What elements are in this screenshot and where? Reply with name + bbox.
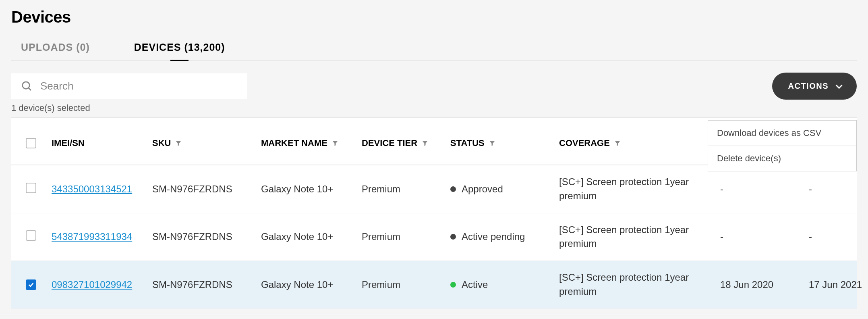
header-checkbox-cell: [11, 138, 52, 148]
col-coverage[interactable]: COVERAGE: [559, 138, 720, 148]
svg-point-0: [23, 81, 30, 89]
tier-cell: Premium: [362, 279, 450, 290]
tier-cell: Premium: [362, 231, 450, 242]
market-cell: Galaxy Note 10+: [261, 231, 362, 242]
col-status[interactable]: STATUS: [450, 138, 559, 148]
table-row: 543871993311934 SM-N976FZRDNS Galaxy Not…: [11, 213, 857, 261]
filter-icon: [175, 140, 182, 147]
col-tier-label: DEVICE TIER: [362, 138, 417, 148]
end-cell: 17 Jun 2021: [809, 279, 868, 290]
end-cell: -: [809, 231, 868, 242]
col-market[interactable]: MARKET NAME: [261, 138, 362, 148]
imei-link[interactable]: 543871993311934: [52, 231, 132, 242]
col-imei: IMEI/SN: [52, 138, 152, 148]
filter-icon: [614, 140, 621, 147]
sku-cell: SM-N976FZRDNS: [152, 279, 261, 290]
coverage-cell: [SC+] Screen protection 1year premium: [559, 175, 720, 203]
sku-cell: SM-N976FZRDNS: [152, 231, 261, 242]
row-checkbox[interactable]: [26, 230, 36, 241]
search-input[interactable]: [40, 80, 237, 92]
end-cell: -: [809, 183, 868, 195]
market-cell: Galaxy Note 10+: [261, 183, 362, 195]
imei-link[interactable]: 098327101029942: [52, 279, 132, 290]
status-cell: Approved: [450, 183, 559, 195]
menu-download-csv[interactable]: Download devices as CSV: [708, 121, 856, 146]
imei-link[interactable]: 343350003134521: [52, 183, 132, 194]
tier-cell: Premium: [362, 183, 450, 195]
search-icon: [21, 80, 33, 92]
svg-line-1: [29, 88, 31, 90]
actions-dropdown: Download devices as CSV Delete device(s): [708, 120, 857, 171]
filter-icon: [331, 140, 339, 147]
filter-icon: [489, 140, 496, 147]
coverage-cell: [SC+] Screen protection 1year premium: [559, 223, 720, 251]
status-text: Active: [462, 279, 488, 290]
search-wrap: [11, 73, 247, 99]
status-cell: Active pending: [450, 231, 559, 242]
start-cell: -: [720, 183, 809, 195]
tab-devices[interactable]: DEVICES (13,200): [134, 42, 225, 60]
menu-delete-devices[interactable]: Delete device(s): [708, 146, 856, 171]
status-dot-icon: [450, 186, 456, 192]
col-market-label: MARKET NAME: [261, 138, 327, 148]
page-title: Devices: [11, 8, 857, 26]
col-status-label: STATUS: [450, 138, 485, 148]
table-row: 098327101029942 SM-N976FZRDNS Galaxy Not…: [11, 261, 857, 309]
tabs-bar: UPLOADS (0) DEVICES (13,200): [11, 42, 857, 61]
start-cell: -: [720, 231, 809, 242]
market-cell: Galaxy Note 10+: [261, 279, 362, 290]
status-dot-icon: [450, 234, 456, 240]
start-cell: 18 Jun 2020: [720, 279, 809, 290]
col-sku[interactable]: SKU: [152, 138, 261, 148]
col-coverage-label: COVERAGE: [559, 138, 610, 148]
status-text: Approved: [462, 183, 503, 195]
col-sku-label: SKU: [152, 138, 171, 148]
col-tier[interactable]: DEVICE TIER: [362, 138, 450, 148]
filter-icon: [421, 140, 429, 147]
actions-button-label: ACTIONS: [788, 81, 829, 91]
select-all-checkbox[interactable]: [26, 138, 36, 148]
row-checkbox[interactable]: [26, 279, 36, 290]
actions-button[interactable]: ACTIONS: [772, 73, 857, 100]
toolbar: ACTIONS: [11, 73, 857, 100]
sku-cell: SM-N976FZRDNS: [152, 183, 261, 195]
status-text: Active pending: [462, 231, 525, 242]
coverage-cell: [SC+] Screen protection 1year premium: [559, 271, 720, 299]
row-checkbox[interactable]: [26, 183, 36, 193]
table-row: 343350003134521 SM-N976FZRDNS Galaxy Not…: [11, 165, 857, 213]
status-cell: Active: [450, 279, 559, 290]
selection-count: 1 device(s) selected: [11, 103, 857, 113]
chevron-down-icon: [836, 82, 843, 89]
status-dot-icon: [450, 282, 456, 288]
tab-uploads[interactable]: UPLOADS (0): [21, 42, 90, 60]
